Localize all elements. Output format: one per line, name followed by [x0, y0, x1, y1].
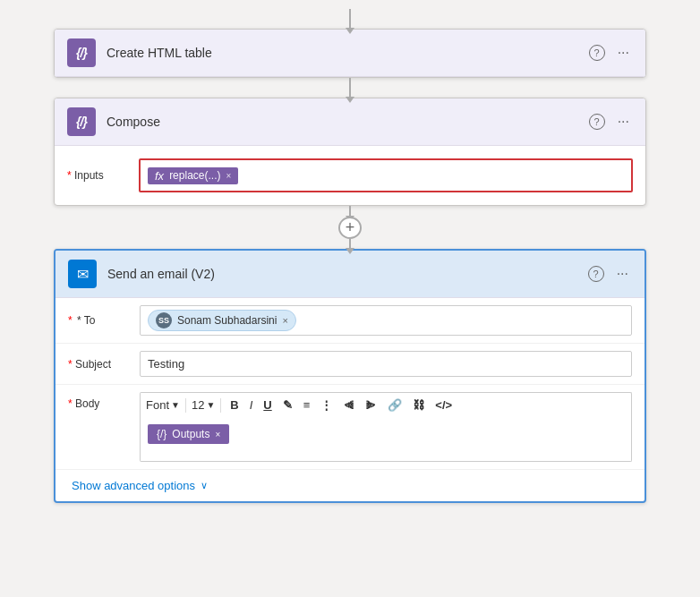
- arrow-down-3: [349, 206, 351, 217]
- font-dropdown-icon: ▼: [171, 400, 180, 410]
- to-field[interactable]: SS Sonam Subhadarsini ×: [140, 305, 632, 336]
- add-connector: +: [54, 206, 646, 249]
- body-field-container: Font ▼ 12 ▼ B I U ✎ ≡ ⋮ ⫷ ⫸ 🔗 ⛓ </>: [140, 392, 632, 462]
- send-email-more-button[interactable]: ···: [613, 265, 632, 283]
- code-button[interactable]: </>: [431, 397, 456, 414]
- body-content-area[interactable]: {/} Outputs ×: [140, 417, 632, 462]
- recipient-close[interactable]: ×: [282, 315, 287, 326]
- align-right-button[interactable]: ⫸: [362, 397, 380, 414]
- to-row: * * To SS Sonam Subhadarsini ×: [55, 298, 645, 344]
- compose-header: {/} Compose ? ···: [55, 98, 645, 146]
- send-email-actions: ? ···: [588, 265, 632, 283]
- subject-field[interactable]: Testing: [140, 351, 632, 377]
- show-advanced-label: Show advanced options: [72, 479, 195, 492]
- compose-body: * Inputs fx replace(...) ×: [55, 146, 645, 205]
- create-html-table-icon: {/}: [67, 38, 96, 67]
- compose-token-close[interactable]: ×: [226, 171, 231, 181]
- compose-inputs-field[interactable]: fx replace(...) ×: [139, 158, 633, 192]
- compose-replace-token[interactable]: fx replace(...) ×: [148, 167, 238, 184]
- compose-actions: ? ···: [589, 113, 633, 131]
- arrow-down-2: [349, 78, 351, 98]
- compose-inputs-row: * Inputs fx replace(...) ×: [67, 155, 633, 196]
- toolbar-divider-1: [185, 398, 186, 413]
- compose-icon: {/}: [67, 107, 96, 136]
- compose-inputs-label: * Inputs: [67, 169, 139, 182]
- body-label: * Body: [68, 392, 140, 410]
- create-html-table-header: {/} Create HTML table ? ···: [55, 30, 645, 77]
- send-email-icon: ✉: [68, 260, 97, 288]
- subject-row: * Subject Testing: [55, 344, 645, 385]
- compose-token-icon: fx: [155, 169, 164, 183]
- outputs-token-icon: {/}: [157, 428, 166, 440]
- align-left-button[interactable]: ⫷: [339, 397, 358, 414]
- font-selector[interactable]: Font ▼: [146, 398, 180, 412]
- compose-token-text: replace(...): [169, 169, 220, 182]
- compose-title: Compose: [107, 115, 589, 129]
- underline-button[interactable]: U: [260, 397, 275, 414]
- create-html-table-help-icon[interactable]: ?: [589, 45, 605, 61]
- show-advanced-section: Show advanced options ∨: [55, 470, 645, 501]
- link-button[interactable]: 🔗: [384, 397, 405, 414]
- subject-label: * Subject: [68, 358, 140, 371]
- add-step-button[interactable]: +: [338, 217, 362, 239]
- outputs-token[interactable]: {/} Outputs ×: [148, 424, 229, 444]
- list-ul-button[interactable]: ≡: [300, 397, 314, 414]
- send-email-card: ✉ Send an email (V2) ? ··· * * To SS Son…: [54, 249, 646, 503]
- outputs-token-close[interactable]: ×: [215, 430, 220, 439]
- recipient-chip[interactable]: SS Sonam Subhadarsini ×: [148, 310, 296, 331]
- create-html-table-more-button[interactable]: ···: [614, 44, 633, 62]
- compose-more-button[interactable]: ···: [614, 113, 633, 131]
- unlink-button[interactable]: ⛓: [409, 397, 428, 414]
- recipient-avatar: SS: [156, 312, 172, 328]
- arrow-down-1: [349, 9, 351, 29]
- list-ol-button[interactable]: ⋮: [317, 397, 336, 414]
- to-label: * * To: [68, 314, 140, 327]
- font-size-selector[interactable]: 12 ▼: [192, 398, 215, 412]
- send-email-header: ✉ Send an email (V2) ? ···: [55, 251, 645, 298]
- arrow-down-4: [349, 239, 351, 250]
- size-dropdown-icon: ▼: [206, 400, 215, 410]
- recipient-name: Sonam Subhadarsini: [177, 314, 277, 327]
- chevron-down-icon: ∨: [201, 480, 208, 491]
- create-html-table-card: {/} Create HTML table ? ···: [54, 29, 646, 78]
- body-row: * Body Font ▼ 12 ▼ B I U ✎ ≡: [55, 385, 645, 470]
- compose-help-icon[interactable]: ?: [589, 114, 605, 130]
- outputs-token-text: Outputs: [172, 428, 209, 440]
- create-html-table-actions: ? ···: [589, 44, 633, 62]
- show-advanced-button[interactable]: Show advanced options ∨: [59, 472, 220, 499]
- pencil-button[interactable]: ✎: [279, 397, 296, 414]
- create-html-table-title: Create HTML table: [107, 46, 589, 60]
- bold-button[interactable]: B: [226, 397, 242, 414]
- send-email-title: Send an email (V2): [107, 267, 588, 281]
- compose-card: {/} Compose ? ··· * Inputs fx replace(..…: [54, 98, 646, 206]
- send-email-help-icon[interactable]: ?: [588, 266, 604, 282]
- italic-button[interactable]: I: [246, 397, 257, 414]
- toolbar-divider-2: [220, 398, 221, 413]
- middle-connector-1: [54, 78, 646, 98]
- top-connector: [54, 9, 646, 29]
- body-toolbar: Font ▼ 12 ▼ B I U ✎ ≡ ⋮ ⫷ ⫸ 🔗 ⛓ </>: [140, 392, 632, 417]
